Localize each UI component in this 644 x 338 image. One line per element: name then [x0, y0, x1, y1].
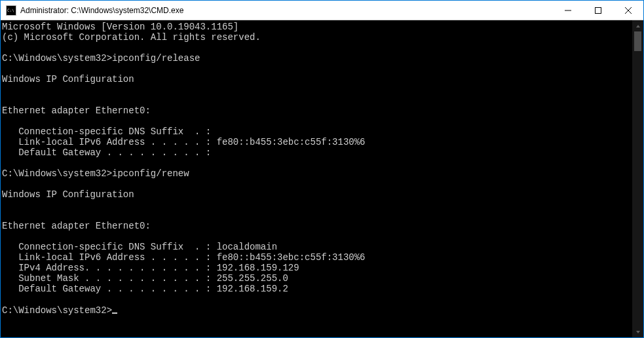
output-line: Connection-specific DNS Suffix . : local…	[2, 242, 277, 252]
output-line: Connection-specific DNS Suffix . :	[2, 126, 211, 137]
maximize-button[interactable]	[583, 1, 613, 20]
console-output[interactable]: Microsoft Windows [Version 10.0.19043.11…	[1, 20, 632, 337]
output-line: Default Gateway . . . . . . . . . : 192.…	[2, 284, 288, 294]
command: ipconfig/release	[112, 53, 200, 64]
scrollbar-thumb[interactable]	[634, 31, 641, 51]
command: ipconfig/renew	[112, 168, 189, 179]
titlebar[interactable]: C:\ Administrator: C:\Windows\system32\C…	[1, 1, 643, 20]
prompt: C:\Windows\system32>	[2, 168, 112, 179]
cmd-icon: C:\	[6, 5, 16, 16]
scroll-down-icon[interactable]	[632, 326, 643, 337]
vertical-scrollbar[interactable]	[632, 20, 643, 337]
prompt: C:\Windows\system32>	[2, 53, 112, 64]
svg-rect-4	[596, 7, 601, 13]
cursor	[112, 305, 117, 314]
adapter-title: Ethernet adapter Ethernet0:	[2, 105, 151, 116]
output-line: IPv4 Address. . . . . . . . . . . : 192.…	[2, 263, 299, 273]
svg-marker-8	[636, 331, 640, 333]
banner-line: Microsoft Windows [Version 10.0.19043.11…	[2, 22, 238, 32]
banner-line: (c) Microsoft Corporation. All rights re…	[2, 32, 261, 43]
scrollbar-track[interactable]	[632, 31, 643, 326]
output-line: Link-local IPv6 Address . . . . . : fe80…	[2, 137, 366, 147]
close-button[interactable]	[613, 1, 643, 20]
window-title: Administrator: C:\Windows\system32\CMD.e…	[20, 6, 553, 15]
window-controls	[553, 1, 643, 20]
console-area: Microsoft Windows [Version 10.0.19043.11…	[1, 20, 643, 337]
output-header: Windows IP Configuration	[2, 189, 134, 200]
output-header: Windows IP Configuration	[2, 74, 134, 84]
cmd-window: C:\ Administrator: C:\Windows\system32\C…	[1, 1, 643, 337]
output-line: Subnet Mask . . . . . . . . . . . : 255.…	[2, 273, 288, 284]
output-line: Link-local IPv6 Address . . . . . : fe80…	[2, 252, 366, 263]
scroll-up-icon[interactable]	[632, 20, 643, 31]
output-line: Default Gateway . . . . . . . . . :	[2, 147, 211, 158]
svg-text:C:\: C:\	[7, 8, 14, 12]
prompt: C:\Windows\system32>	[2, 305, 112, 316]
adapter-title: Ethernet adapter Ethernet0:	[2, 221, 151, 231]
svg-marker-7	[636, 25, 640, 28]
minimize-button[interactable]	[553, 1, 583, 20]
